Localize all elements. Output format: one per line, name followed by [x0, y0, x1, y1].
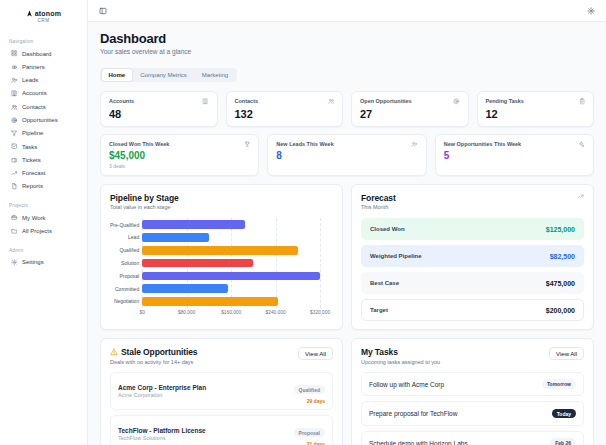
- main-area: Dashboard Your sales overview at a glanc…: [88, 0, 606, 445]
- sidebar-item-icon: [11, 183, 18, 190]
- stale-opportunity-item[interactable]: TechFlow - Platform License TechFlow Sol…: [110, 415, 333, 445]
- sidebar-item-label: Accounts: [22, 90, 47, 96]
- tab[interactable]: Company Metrics: [133, 69, 194, 81]
- highlight-card: New Opportunities This Week 5: [435, 134, 594, 176]
- sidebar-item-label: Tasks: [22, 144, 37, 150]
- dashboard-content: Dashboard Your sales overview at a glanc…: [88, 22, 606, 445]
- stale-title: Stale Opportunities: [121, 347, 198, 357]
- kpi-value: 27: [360, 108, 460, 120]
- sidebar-item[interactable]: Reports: [9, 180, 78, 193]
- sidebar-item-icon: [11, 90, 18, 97]
- stale-opportunities-card: Stale Opportunities Deals with no activi…: [100, 338, 343, 445]
- kpi-value: 48: [109, 108, 209, 120]
- sidebar-item-icon: [11, 130, 18, 137]
- sidebar-item[interactable]: Tasks: [9, 140, 78, 153]
- chart-category-label: Proposal: [110, 269, 142, 282]
- sidebar-item[interactable]: Pipeline: [9, 127, 78, 140]
- forecast-row-value: $475,000: [546, 280, 575, 287]
- sidebar-item-label: Forecast: [22, 170, 45, 176]
- nav-section-label: Projects: [9, 203, 78, 208]
- sidebar-item-icon: [11, 50, 18, 57]
- chart-bar-row: [142, 257, 329, 270]
- task-item[interactable]: Follow up with Acme Corp Tomorrow: [361, 372, 584, 397]
- chart-bar[interactable]: [142, 259, 253, 268]
- chart-bar[interactable]: [142, 246, 298, 255]
- kpi-label: Open Opportunities: [360, 98, 412, 104]
- stale-subtitle: Deals with no activity for 14+ days: [110, 359, 198, 365]
- sidebar-item[interactable]: Dashboard: [9, 47, 78, 60]
- highlight-sub: [276, 163, 417, 169]
- chart-bar[interactable]: [142, 272, 320, 281]
- sidebar-item[interactable]: Accounts: [9, 87, 78, 100]
- forecast-row: Target $200,000: [361, 299, 584, 321]
- forecast-row: Weighted Pipeline $82,500: [361, 245, 584, 267]
- task-item[interactable]: Prepare proposal for TechFlow Today: [361, 401, 584, 426]
- task-due-badge: Tomorrow: [542, 379, 576, 389]
- stage-badge: Proposal: [294, 428, 325, 437]
- highlight-icon: [578, 141, 585, 148]
- chart-bar[interactable]: [142, 233, 209, 242]
- sidebar-item-icon: [11, 143, 18, 150]
- sidebar-item-icon: [11, 104, 18, 111]
- chart-bar-row: [142, 218, 329, 231]
- sidebar-item-label: Reports: [22, 183, 43, 189]
- stale-opportunity-item[interactable]: Acme Corp - Enterprise Plan Acme Corpora…: [110, 372, 333, 410]
- chart-bar[interactable]: [142, 297, 278, 306]
- chart-category-label: Lead: [110, 231, 142, 244]
- chart-bar[interactable]: [142, 284, 228, 293]
- nav-section-label: Admin: [9, 248, 78, 253]
- sidebar-item[interactable]: Tickets: [9, 153, 78, 166]
- kpi-card: Open Opportunities 27: [351, 91, 469, 127]
- tasks-view-all-button[interactable]: View All: [549, 347, 584, 360]
- stale-view-all-button[interactable]: View All: [298, 347, 333, 360]
- highlight-label: New Opportunities This Week: [444, 141, 522, 147]
- chart-category-label: Solution: [110, 257, 142, 270]
- sidebar-item[interactable]: Opportunities: [9, 113, 78, 126]
- sidebar-toggle-icon[interactable]: [99, 7, 107, 15]
- sidebar-item[interactable]: Settings: [9, 256, 78, 269]
- tab[interactable]: Home: [102, 69, 133, 81]
- kpi-card: Contacts 132: [226, 91, 344, 127]
- highlight-row: Closed Won This Week $45,000 3 deals New…: [100, 134, 594, 176]
- highlight-sub: 3 deals: [109, 163, 250, 169]
- sidebar-item[interactable]: All Projects: [9, 224, 78, 237]
- sidebar-item[interactable]: My Work: [9, 211, 78, 224]
- highlight-sub: [444, 163, 585, 169]
- kpi-card: Accounts 48: [100, 91, 218, 127]
- opportunity-title: TechFlow - Platform License: [118, 427, 206, 434]
- sidebar-item[interactable]: Forecast: [9, 167, 78, 180]
- chart-title: Pipeline by Stage: [110, 193, 333, 203]
- highlight-value: 8: [276, 150, 417, 161]
- nav-section: Admin Settings: [0, 240, 87, 271]
- opportunity-company: Acme Corporation: [118, 392, 206, 398]
- sidebar-nav: Navigation Dashboard Partners Leads: [0, 31, 87, 271]
- chart-bar[interactable]: [142, 220, 245, 229]
- crm-app: atonom CRM Navigation Dashboard Partner: [0, 0, 606, 445]
- highlight-card: Closed Won This Week $45,000 3 deals: [100, 134, 259, 176]
- sidebar-item-label: Opportunities: [22, 117, 58, 123]
- sidebar-item-icon: [11, 214, 18, 221]
- kpi-label: Contacts: [235, 98, 259, 104]
- task-item[interactable]: Schedule demo with Horizon Labs Feb 26: [361, 431, 584, 445]
- chart-category-label: Committed: [110, 282, 142, 295]
- topbar: [88, 0, 606, 22]
- tab[interactable]: Marketing: [195, 69, 235, 81]
- forecast-row-value: $82,500: [550, 253, 575, 260]
- sidebar-item[interactable]: Contacts: [9, 100, 78, 113]
- task-due-badge: Today: [552, 409, 576, 419]
- sidebar-item[interactable]: Leads: [9, 74, 78, 87]
- nav-section: Navigation Dashboard Partners Leads: [0, 31, 87, 195]
- sidebar-item-label: Partners: [22, 64, 45, 70]
- gear-icon[interactable]: [587, 7, 595, 15]
- sidebar-item[interactable]: Partners: [9, 60, 78, 73]
- my-tasks-card: My Tasks Upcoming tasks assigned to you …: [351, 338, 594, 445]
- highlight-label: New Leads This Week: [276, 141, 333, 147]
- warning-icon: [110, 348, 118, 356]
- logo: atonom CRM: [0, 8, 87, 31]
- tasks-title: My Tasks: [361, 347, 440, 357]
- logo-text: atonom: [35, 10, 61, 17]
- stale-days: 21 days: [294, 441, 325, 445]
- axis-tick-label: $0: [140, 310, 145, 315]
- kpi-icon: [328, 98, 335, 105]
- forecast-row: Best Case $475,000: [361, 272, 584, 294]
